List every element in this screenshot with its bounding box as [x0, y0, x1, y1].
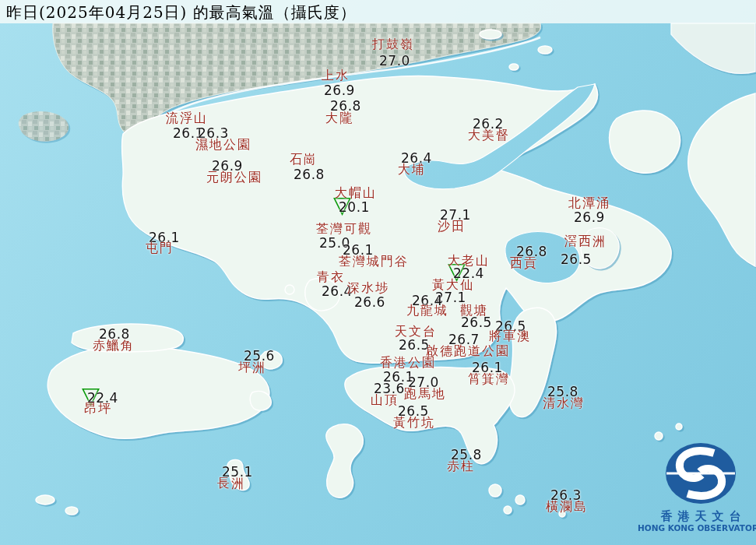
station-name: 黃竹坑	[393, 416, 435, 430]
station-name: 長洲	[217, 476, 245, 490]
logo-english-name: HONG KONG OBSERVATORY	[638, 523, 756, 533]
station-name: 打鼓嶺	[372, 37, 414, 51]
station-name: 赤柱	[447, 459, 475, 473]
station-name: 跑馬地	[404, 387, 446, 401]
station-name: 沙田	[438, 220, 466, 234]
station-name: 屯門	[146, 241, 174, 255]
logo-chinese-name: 香港天文台	[656, 510, 747, 523]
station-value: 27.0	[379, 54, 410, 68]
station-name: 荃灣城門谷	[339, 255, 409, 269]
station-value: 26.6	[354, 296, 385, 309]
station-name: 深水埗	[347, 281, 389, 295]
station-name: 大美督	[468, 128, 510, 142]
station-name: 香港公園	[380, 356, 436, 370]
station-name: 將軍澳	[489, 329, 531, 343]
station-name: 石崗	[290, 153, 318, 167]
station-name: 觀塘	[460, 304, 488, 318]
station-name: 流浮山	[166, 111, 208, 125]
station-name: 大老山	[448, 254, 490, 268]
station-name: 黃大仙	[432, 278, 474, 292]
station-name: 赤鱲角	[93, 339, 135, 353]
station-name: 橫瀾島	[546, 500, 588, 514]
station-name: 清水灣	[543, 396, 585, 410]
station-value: 26.9	[324, 84, 355, 97]
station-name: 山頂	[371, 393, 399, 407]
station-name: 青衣	[317, 270, 345, 284]
station-labels-layer: 27.0打鼓嶺26.9上水26.8大隴26.1流浮山26.3濕地公園26.2大美…	[0, 0, 756, 545]
station-value: 26.9	[574, 211, 605, 224]
station-name: 昂坪	[84, 402, 112, 416]
station-name: 荃灣可觀	[316, 222, 372, 236]
page-title: 昨日(2025年04月25日) 的最高氣溫（攝氏度）	[6, 2, 357, 23]
station-value: 26.8	[294, 168, 325, 181]
station-name: 九龍城	[406, 304, 448, 318]
station-value: 26.5	[399, 339, 430, 352]
station-name: 筲箕灣	[468, 372, 510, 386]
station-name: 濕地公園	[195, 138, 251, 152]
station-name: 西貢	[510, 256, 538, 270]
station-name: 上水	[322, 69, 350, 83]
station-name: 滘西洲	[564, 234, 607, 248]
weather-map-page: 27.0打鼓嶺26.9上水26.8大隴26.1流浮山26.3濕地公園26.2大美…	[0, 0, 756, 545]
station-name: 啟德跑道公園	[426, 344, 510, 358]
station-value: 20.1	[339, 201, 370, 214]
station-name: 大隴	[325, 111, 353, 125]
station-name: 坪洲	[238, 360, 266, 374]
station-name: 大埔	[398, 163, 426, 177]
hko-logo-icon	[660, 438, 741, 509]
station-value: 26.5	[461, 316, 492, 329]
station-value: 26.5	[561, 253, 592, 266]
station-name: 北潭涌	[568, 196, 610, 210]
station-name: 元朗公園	[206, 171, 262, 185]
station-name: 大帽山	[335, 186, 377, 200]
station-name: 天文台	[395, 325, 437, 339]
hko-logo: 香港天文台 HONG KONG OBSERVATORY	[648, 438, 754, 545]
